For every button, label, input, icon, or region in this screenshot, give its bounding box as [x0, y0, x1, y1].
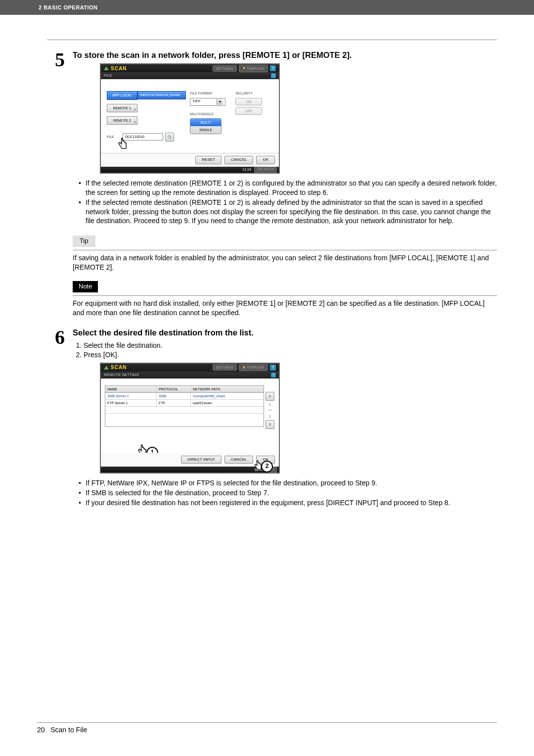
- top-rule: [47, 40, 497, 40]
- ok-button[interactable]: OK: [256, 156, 275, 164]
- scroll-down-button[interactable]: ∨: [266, 420, 274, 429]
- subtitle-file: FILE: [104, 73, 112, 78]
- th-protocol: PROTOCOL: [157, 386, 191, 392]
- table-row[interactable]: FTP Server 1 FTP user01\scan: [105, 400, 264, 407]
- step6-number: 6: [47, 328, 73, 515]
- step6-bullet3: If your desired file destination has not…: [83, 498, 497, 508]
- step5-number: 5: [47, 50, 73, 324]
- fileformat-label: FILE FORMAT: [190, 91, 225, 95]
- path-display: \\MFP07317394\FILE_SHARE: [137, 91, 186, 99]
- settings-button[interactable]: SETTINGS: [213, 65, 237, 72]
- page-indicator-bot: 1: [269, 415, 271, 418]
- th-name: NAME: [105, 386, 157, 392]
- table-row[interactable]: [105, 420, 264, 426]
- single-option[interactable]: SINGLE: [190, 126, 221, 134]
- note-text: For equipment with no hard disk installe…: [73, 299, 497, 318]
- step5-title: To store the scan in a network folder, p…: [73, 50, 497, 60]
- scroll-up-button[interactable]: ∧: [266, 392, 274, 401]
- star-icon: ★: [242, 66, 246, 71]
- scan-logo-icon: [104, 66, 109, 70]
- security-on[interactable]: ON: [235, 98, 262, 105]
- multi-single-segment[interactable]: MULTI SINGLE: [190, 118, 222, 134]
- settings-button2[interactable]: SETTINGS: [213, 364, 237, 371]
- help-sub-icon[interactable]: ?: [271, 73, 276, 78]
- help-icon2[interactable]: ?: [270, 365, 276, 371]
- screenshot-remote-setting: SCAN SETTINGS ★TEMPLATE ? REMOTE SETTING…: [100, 363, 280, 473]
- template-button[interactable]: ★TEMPLATE: [239, 65, 268, 72]
- scan-logo-icon: [104, 366, 109, 370]
- chapter-header: 2 BASIC OPERATION: [0, 0, 534, 15]
- section-name: Scan to File: [50, 726, 87, 734]
- chevron-down-icon: ▼: [217, 99, 223, 105]
- page-footer: 20 Scan to File: [37, 726, 497, 734]
- step5-bullet2: If the selected remote destination (REMO…: [83, 198, 497, 226]
- help-icon[interactable]: ?: [270, 65, 276, 71]
- step6-title: Select the desired file destination from…: [73, 328, 497, 338]
- multisingle-label: MULTI/SINGLE: [190, 112, 225, 116]
- star-icon: ★: [242, 365, 246, 370]
- help-sub-icon2[interactable]: ?: [271, 373, 276, 378]
- step6-sub1: Select the file destination.: [84, 341, 497, 350]
- subtitle-remote: REMOTE SETTING: [104, 373, 139, 378]
- fileformat-dropdown[interactable]: TIFF ▼: [190, 98, 225, 106]
- template-button2[interactable]: ★TEMPLATE: [239, 364, 268, 371]
- mfp-local-button[interactable]: MFP LOCAL: [107, 91, 137, 99]
- table-row[interactable]: [105, 407, 264, 414]
- step6-sub2: Press [OK].: [84, 350, 497, 360]
- table-row[interactable]: SMB Server 1 SMB \\computer\file_share: [105, 393, 264, 400]
- tip-text: If saving data in a network folder is en…: [73, 253, 497, 272]
- cancel-button2[interactable]: CANCEL: [224, 456, 253, 464]
- page-number: 20: [37, 726, 45, 734]
- remote2-button[interactable]: REMOTE 2: [107, 116, 137, 125]
- step6-bullet2: If SMB is selected for the file destinat…: [83, 488, 497, 498]
- security-off[interactable]: OFF: [235, 107, 262, 115]
- chapter-text: 2 BASIC OPERATION: [39, 4, 98, 10]
- scan-title: SCAN: [111, 65, 127, 72]
- direct-input-button[interactable]: DIRECT INPUT: [181, 456, 222, 464]
- tip-label: Tip: [73, 236, 95, 247]
- step6-bullet1: If FTP, NetWare IPX, NetWare IP or FTPS …: [83, 478, 497, 488]
- destination-table: NAME PROTOCOL NETWORK PATH SMB Server 1 …: [105, 385, 264, 427]
- jobstatus-button[interactable]: JOB STATUS: [254, 167, 277, 173]
- th-path: NETWORK PATH: [191, 386, 264, 392]
- pointer-hand-icon: [116, 137, 130, 151]
- reset-button[interactable]: RESET: [195, 156, 222, 164]
- timestamp-button[interactable]: ◷: [165, 133, 174, 142]
- table-row[interactable]: [105, 414, 264, 420]
- note-label: Note: [73, 281, 98, 292]
- cancel-button[interactable]: CANCEL: [224, 156, 253, 164]
- status-time: 11:19: [242, 167, 251, 172]
- screenshot-scan-file: SCAN SETTINGS ★TEMPLATE ? FILE ?: [100, 63, 280, 173]
- remote1-button[interactable]: REMOTE 1: [107, 104, 137, 112]
- scan-title2: SCAN: [111, 364, 127, 371]
- security-label: SECURITY: [235, 91, 262, 95]
- multi-option[interactable]: MULTI: [190, 119, 221, 126]
- step5-bullet1: If the selected remote destination (REMO…: [83, 179, 497, 197]
- page-indicator-top: 1: [269, 403, 271, 406]
